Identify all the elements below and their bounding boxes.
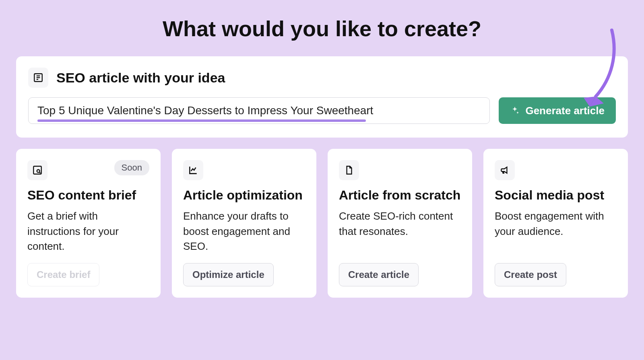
- card-title: Article from scratch: [339, 187, 461, 203]
- soon-badge: Soon: [114, 160, 149, 175]
- optimize-article-button[interactable]: Optimize article: [183, 263, 274, 286]
- page-title: What would you like to create?: [16, 16, 628, 41]
- social-media-post-card: Social media post Boost engagement with …: [483, 149, 628, 298]
- sparkle-icon: [510, 106, 520, 115]
- card-description: Get a brief with instructions for your c…: [27, 209, 149, 255]
- card-title: SEO content brief: [27, 187, 149, 203]
- article-idea-icon: [28, 68, 48, 88]
- seo-article-card: SEO article with your idea Top 5 Unique …: [16, 56, 628, 138]
- card-title: Article optimization: [183, 187, 305, 203]
- create-brief-button: Create brief: [27, 263, 99, 286]
- main-card-title: SEO article with your idea: [56, 70, 225, 86]
- idea-input[interactable]: Top 5 Unique Valentine's Day Desserts to…: [28, 97, 490, 124]
- article-from-scratch-card: Article from scratch Create SEO-rich con…: [328, 149, 472, 298]
- generate-button-label: Generate article: [525, 105, 605, 117]
- seo-content-brief-card: Soon SEO content brief Get a brief with …: [16, 149, 161, 298]
- idea-input-underline: [37, 119, 366, 122]
- card-title: Social media post: [495, 187, 617, 203]
- generate-article-button[interactable]: Generate article: [499, 97, 616, 124]
- card-description: Boost engagement with your audience.: [495, 209, 617, 255]
- option-cards-row: Soon SEO content brief Get a brief with …: [16, 149, 628, 298]
- svg-line-6: [39, 172, 41, 173]
- create-post-button[interactable]: Create post: [495, 263, 566, 286]
- megaphone-icon: [495, 160, 515, 180]
- idea-input-text: Top 5 Unique Valentine's Day Desserts to…: [37, 104, 373, 117]
- input-row: Top 5 Unique Valentine's Day Desserts to…: [28, 97, 616, 124]
- create-article-button[interactable]: Create article: [339, 263, 419, 286]
- document-icon: [339, 160, 359, 180]
- card-description: Create SEO-rich content that resonates.: [339, 209, 461, 255]
- svg-point-5: [37, 170, 40, 173]
- card-description: Enhance your drafts to boost engagement …: [183, 209, 305, 255]
- search-doc-icon: [27, 160, 47, 180]
- main-card-header: SEO article with your idea: [28, 68, 616, 88]
- chart-icon: [183, 160, 203, 180]
- article-optimization-card: Article optimization Enhance your drafts…: [172, 149, 316, 298]
